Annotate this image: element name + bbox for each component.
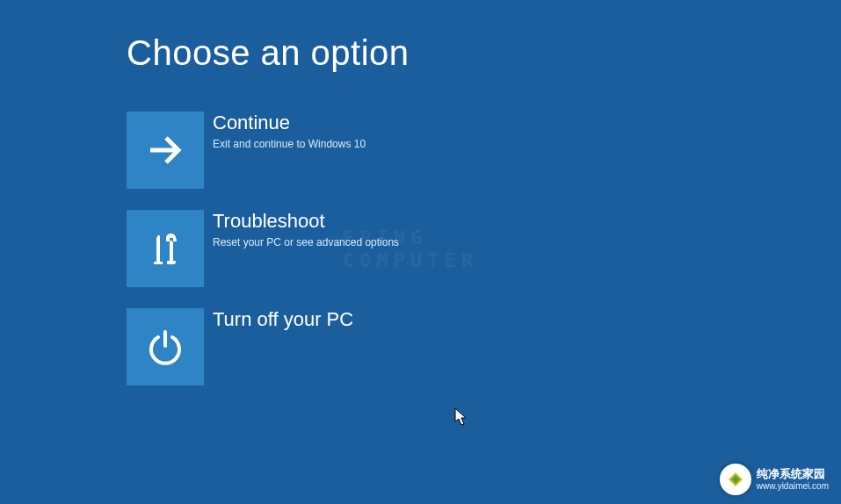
page-title: Choose an option <box>127 33 841 73</box>
watermark-title: 纯净系统家园 <box>757 468 829 480</box>
option-troubleshoot[interactable]: Troubleshoot Reset your PC or see advanc… <box>127 210 531 287</box>
cursor-icon <box>454 407 468 430</box>
tools-icon <box>127 210 204 287</box>
option-subtitle: Exit and continue to Windows 10 <box>213 138 366 152</box>
watermark-badge-icon <box>720 464 751 495</box>
svg-rect-5 <box>157 235 160 263</box>
svg-rect-8 <box>167 262 175 264</box>
option-list: Continue Exit and continue to Windows 10 <box>127 112 841 385</box>
option-subtitle: Reset your PC or see advanced options <box>213 236 399 250</box>
watermark-url: www.yidaimei.com <box>757 481 829 491</box>
option-title: Turn off your PC <box>213 308 353 331</box>
svg-rect-7 <box>170 241 172 263</box>
svg-rect-6 <box>155 262 163 264</box>
option-title: Continue <box>213 112 366 134</box>
option-title: Troubleshoot <box>213 210 399 233</box>
option-continue[interactable]: Continue Exit and continue to Windows 10 <box>127 112 531 189</box>
power-icon <box>127 308 204 385</box>
option-turn-off[interactable]: Turn off your PC <box>127 308 531 385</box>
site-watermark: 纯净系统家园 www.yidaimei.com <box>720 464 829 495</box>
arrow-right-icon <box>127 112 204 189</box>
